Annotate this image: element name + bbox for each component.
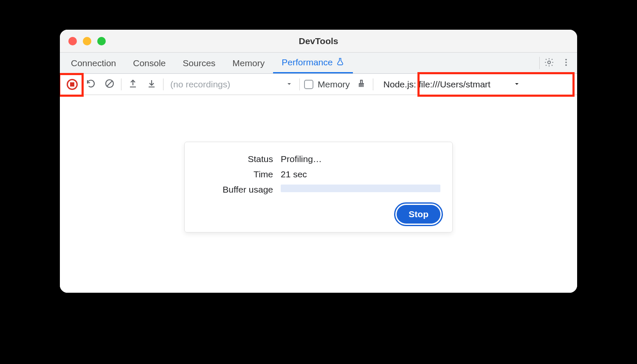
memory-label: Memory [318, 79, 350, 90]
upload-profile-button[interactable] [126, 77, 140, 92]
time-label: Time [197, 169, 273, 179]
tab-label: Console [133, 58, 166, 68]
buffer-usage-bar [281, 185, 440, 192]
gear-icon [544, 57, 554, 69]
recordings-dropdown[interactable]: (no recordings) [168, 79, 295, 90]
tab-label: Memory [232, 58, 265, 68]
record-button[interactable] [65, 77, 79, 92]
tab-label: Performance [282, 57, 333, 67]
collect-garbage-button[interactable] [354, 77, 369, 92]
tab-sources[interactable]: Sources [174, 53, 224, 73]
status-value: Profiling… [281, 154, 440, 164]
svg-point-1 [565, 59, 567, 60]
time-value: 21 sec [281, 169, 440, 179]
performance-toolbar: (no recordings) Memory Node.js: file:///… [60, 74, 577, 95]
reload-icon [86, 78, 96, 90]
panel-tabs: Connection Console Sources Memory Perfor… [60, 53, 577, 74]
zoom-window-button[interactable] [97, 37, 106, 45]
clear-button[interactable] [102, 77, 117, 92]
chevron-down-icon [513, 79, 520, 90]
memory-toggle[interactable]: Memory [304, 79, 350, 90]
stop-button[interactable]: Stop [397, 205, 440, 224]
upload-icon [128, 78, 138, 90]
minimize-window-button[interactable] [83, 37, 91, 45]
download-icon [147, 78, 157, 90]
block-icon [104, 78, 115, 90]
performance-content: Status Profiling… Time 21 sec Buffer usa… [60, 95, 577, 293]
divider [163, 78, 163, 90]
kebab-icon [561, 58, 571, 69]
window-title: DevTools [60, 36, 577, 46]
profiling-status-panel: Status Profiling… Time 21 sec Buffer usa… [184, 142, 453, 232]
flask-icon [336, 57, 344, 68]
chevron-down-icon [286, 79, 293, 90]
tab-label: Sources [183, 58, 215, 68]
target-label: Node.js: file:///Users/stmart [383, 79, 490, 90]
tab-performance[interactable]: Performance [273, 53, 353, 73]
tab-memory[interactable]: Memory [224, 53, 273, 73]
window-titlebar: DevTools [60, 30, 577, 53]
javascript-context-dropdown[interactable]: Node.js: file:///Users/stmart [378, 78, 526, 91]
close-window-button[interactable] [68, 37, 77, 45]
svg-point-2 [565, 62, 567, 63]
status-label: Status [197, 154, 273, 164]
record-icon [67, 79, 78, 90]
svg-point-3 [565, 64, 567, 66]
tab-label: Connection [71, 58, 116, 68]
traffic-lights [68, 37, 106, 45]
divider [299, 78, 300, 90]
settings-button[interactable] [541, 53, 558, 73]
more-options-button[interactable] [558, 53, 575, 73]
recordings-placeholder: (no recordings) [170, 79, 230, 90]
divider [373, 78, 373, 90]
tab-console[interactable]: Console [124, 53, 174, 73]
buffer-label: Buffer usage [197, 185, 273, 195]
broom-icon [356, 78, 366, 90]
svg-point-0 [548, 61, 550, 63]
tab-connection[interactable]: Connection [62, 53, 124, 73]
devtools-window: DevTools Connection Console Sources Memo… [60, 30, 577, 293]
divider [121, 78, 121, 90]
reload-button[interactable] [84, 77, 98, 92]
download-profile-button[interactable] [144, 77, 159, 92]
checkbox-icon [304, 80, 313, 89]
